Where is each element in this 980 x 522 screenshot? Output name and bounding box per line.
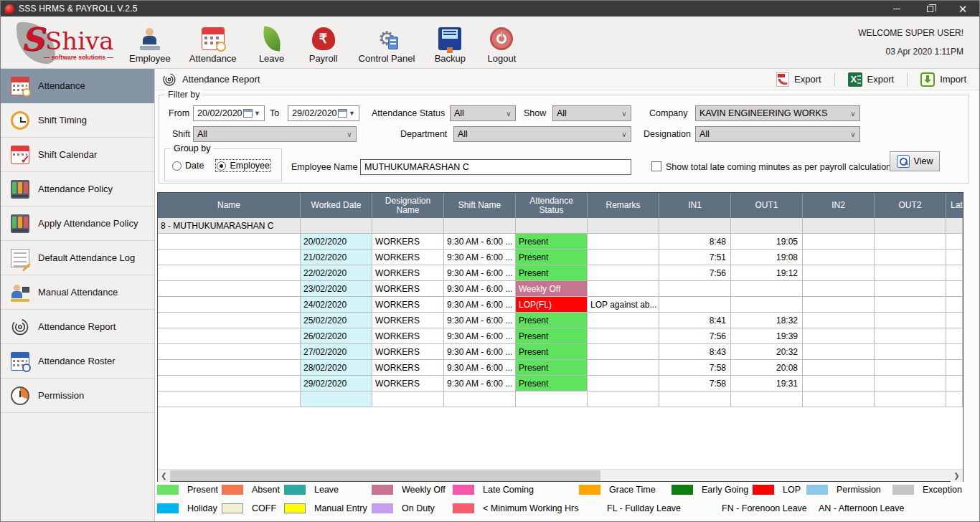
legend-item-manual-entry: Manual Entry bbox=[284, 503, 367, 513]
toolbar-button-payroll[interactable]: ₹Payroll bbox=[307, 27, 340, 64]
sidebar-item-attendance-roster[interactable]: Attendance Roster bbox=[1, 344, 154, 379]
cell-in1: 7:58 bbox=[659, 360, 731, 376]
toolbar-button-employee[interactable]: Employee bbox=[129, 27, 171, 64]
show-select[interactable]: All ∨ bbox=[552, 105, 631, 121]
cell-out1: 19:05 bbox=[731, 234, 803, 250]
person-desk-icon bbox=[11, 283, 29, 302]
column-header-out2[interactable]: OUT2 bbox=[875, 193, 946, 218]
sidebar-item-permission[interactable]: Permission bbox=[1, 379, 154, 413]
company-value: KAVIN ENGINEERING WORKS bbox=[696, 108, 847, 118]
column-header-remarks[interactable]: Remarks bbox=[588, 193, 659, 218]
department-select[interactable]: All ∨ bbox=[453, 126, 631, 142]
cell-designation: WORKERS bbox=[372, 281, 444, 297]
sidebar-item-attendance-policy[interactable]: Attendance Policy bbox=[1, 172, 154, 207]
cell-shift-name: 9:30 AM - 6:00 ... bbox=[444, 297, 516, 313]
cell-late bbox=[946, 376, 963, 392]
scroll-left-arrow[interactable]: ❮ bbox=[158, 470, 170, 482]
toolbar-button-leave[interactable]: Leave bbox=[255, 27, 288, 64]
column-header-worked-date[interactable]: Worked Date bbox=[301, 193, 372, 218]
sidebar-item-apply-attendance-policy[interactable]: Apply Attendance Policy bbox=[1, 207, 154, 241]
toolbar-button-control-panel[interactable]: ⚙Control Panel bbox=[359, 27, 415, 64]
group-row-cell bbox=[731, 218, 803, 234]
table-row[interactable]: 20/02/2020WORKERS9:30 AM - 6:00 ...Prese… bbox=[158, 234, 963, 250]
table-row[interactable]: 23/02/2020WORKERS9:30 AM - 6:00 ...Weekl… bbox=[158, 281, 963, 297]
table-row[interactable]: 25/02/2020WORKERS9:30 AM - 6:00 ...Prese… bbox=[158, 313, 963, 328]
column-header-out1[interactable]: OUT1 bbox=[731, 193, 803, 218]
cell-in2 bbox=[803, 313, 875, 328]
cell-out1: 19:12 bbox=[731, 265, 803, 281]
close-button[interactable]: ✕ bbox=[946, 1, 979, 16]
table-row[interactable]: 28/02/2020WORKERS9:30 AM - 6:00 ...Prese… bbox=[158, 360, 963, 376]
column-header-attendance-status[interactable]: Attendance Status bbox=[516, 193, 588, 218]
view-button[interactable]: View bbox=[890, 151, 940, 171]
toolbar-label: Logout bbox=[487, 53, 516, 64]
sidebar-item-shift-timing[interactable]: Shift Timing bbox=[1, 103, 154, 138]
cell-shift-name: 9:30 AM - 6:00 ... bbox=[444, 234, 516, 250]
import-button[interactable]: Import bbox=[908, 69, 979, 90]
column-header-in2[interactable]: IN2 bbox=[803, 193, 875, 218]
column-header-shift-name[interactable]: Shift Name bbox=[444, 193, 516, 218]
sidebar-item-manual-attendance[interactable]: Manual Attendance bbox=[1, 275, 154, 310]
attendance-status-select[interactable]: All ∨ bbox=[450, 105, 516, 121]
column-header-in1[interactable]: IN1 bbox=[659, 193, 731, 218]
scroll-right-arrow[interactable]: ❯ bbox=[951, 470, 963, 482]
export-pdf-button[interactable]: Export bbox=[763, 69, 834, 90]
company-select[interactable]: KAVIN ENGINEERING WORKS ∨ bbox=[695, 105, 860, 121]
scrollbar-track[interactable] bbox=[170, 470, 951, 481]
report-header-bar: Attendance Report Export Export Import bbox=[155, 69, 979, 90]
minimize-button[interactable] bbox=[880, 1, 913, 16]
sidebar-item-label: Shift Timing bbox=[38, 115, 87, 125]
table-row[interactable]: 26/02/2020WORKERS9:30 AM - 6:00 ...Prese… bbox=[158, 328, 963, 344]
to-date-picker[interactable]: 29/02/2020 ▼ bbox=[288, 105, 359, 121]
table-row[interactable]: 22/02/2020WORKERS9:30 AM - 6:00 ...Prese… bbox=[158, 265, 963, 281]
column-header-name[interactable]: Name bbox=[158, 193, 301, 218]
cell-late bbox=[946, 360, 963, 376]
toolbar-label: Payroll bbox=[309, 53, 338, 64]
column-header-designation-name[interactable]: Designation Name bbox=[372, 193, 444, 218]
table-row[interactable]: 29/02/2020WORKERS9:30 AM - 6:00 ...Prese… bbox=[158, 376, 963, 392]
group-by-employee-radio[interactable]: Employee bbox=[217, 161, 270, 171]
legend-swatch bbox=[892, 485, 914, 495]
scrollbar-thumb[interactable] bbox=[170, 470, 600, 481]
maximize-button[interactable] bbox=[913, 1, 946, 16]
from-date-value: 20/02/2020 bbox=[194, 108, 243, 118]
brand-name: Shiva bbox=[45, 27, 114, 55]
filter-group: Filter by From 20/02/2020 ▼ To 29/02/202… bbox=[159, 95, 969, 184]
group-row[interactable]: 8 - MUTHUKUMARASHAN C bbox=[158, 218, 963, 234]
cell-designation: WORKERS bbox=[372, 344, 444, 360]
legend-swatch bbox=[284, 485, 306, 495]
toolbar-button-backup[interactable]: Backup bbox=[433, 27, 466, 64]
employee-name-label: Employee Name bbox=[291, 162, 357, 172]
group-by-date-radio[interactable]: Date bbox=[172, 161, 204, 171]
legend-swatch bbox=[284, 503, 306, 513]
cell-name bbox=[158, 344, 301, 360]
cell-remarks bbox=[588, 344, 659, 360]
sidebar-item-attendance[interactable]: Attendance bbox=[1, 69, 154, 103]
cell-worked-date: 26/02/2020 bbox=[301, 328, 372, 344]
cell-out2 bbox=[875, 392, 946, 407]
column-header-late[interactable]: Late bbox=[946, 193, 963, 218]
top-toolbar: S Shiva — software solutions — EmployeeA… bbox=[1, 16, 979, 69]
cell-out2 bbox=[875, 344, 946, 360]
cell-out1 bbox=[731, 392, 803, 407]
horizontal-scrollbar[interactable]: ❮ ❯ bbox=[158, 469, 963, 481]
designation-select[interactable]: All ∨ bbox=[695, 126, 860, 142]
table-row[interactable]: 27/02/2020WORKERS9:30 AM - 6:00 ...Prese… bbox=[158, 344, 963, 360]
table-row[interactable]: 24/02/2020WORKERS9:30 AM - 6:00 ...LOP(F… bbox=[158, 297, 963, 313]
shift-select[interactable]: All ∨ bbox=[193, 126, 357, 142]
toolbar-button-attendance[interactable]: Attendance bbox=[189, 27, 237, 64]
table-row[interactable]: 21/02/2020WORKERS9:30 AM - 6:00 ...Prese… bbox=[158, 250, 963, 265]
view-button-label: View bbox=[914, 156, 933, 166]
table-row[interactable] bbox=[158, 392, 963, 407]
employee-name-value: MUTHUKUMARASHAN C bbox=[364, 162, 469, 172]
sidebar-item-shift-calendar[interactable]: ✓Shift Calendar bbox=[1, 138, 154, 172]
legend-abbreviation-afternoon-leave: AN - Afternoon Leave bbox=[819, 503, 905, 513]
employee-name-input[interactable]: MUTHUKUMARASHAN C bbox=[360, 159, 631, 175]
late-minutes-checkbox[interactable] bbox=[651, 161, 661, 171]
toolbar-button-logout[interactable]: Logout bbox=[485, 27, 518, 64]
from-date-picker[interactable]: 20/02/2020 ▼ bbox=[193, 105, 265, 121]
export-excel-button[interactable]: Export bbox=[835, 69, 908, 90]
cell-out2 bbox=[875, 265, 946, 281]
sidebar-item-default-attendance-log[interactable]: Default Attendance Log bbox=[1, 241, 154, 275]
sidebar-item-attendance-report[interactable]: Attendance Report bbox=[1, 310, 154, 344]
